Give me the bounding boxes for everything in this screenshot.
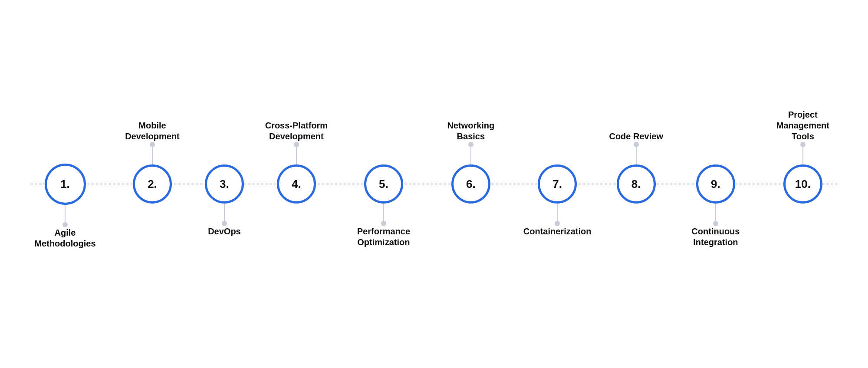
vline-bottom-1: [65, 205, 66, 222]
vline-top-4: [296, 147, 297, 164]
node-label-top-4: Cross-Platform Development: [262, 120, 331, 142]
circle-node-10[interactable]: 10.: [783, 164, 822, 204]
dot-top-2: [150, 142, 155, 147]
dot-bottom-1: [62, 222, 68, 227]
vline-top-2: [152, 147, 153, 164]
node-label-bottom-3: DevOps: [208, 226, 241, 237]
vline-bottom-7: [557, 204, 558, 221]
circle-node-9[interactable]: 9.: [696, 164, 735, 204]
node-col-8[interactable]: Code Review8.: [609, 85, 663, 283]
vline-top-6: [470, 147, 471, 164]
dot-top-6: [468, 142, 473, 147]
dot-top-4: [294, 142, 299, 147]
circle-node-6[interactable]: 6.: [451, 164, 490, 204]
vline-bottom-3: [224, 204, 225, 221]
node-label-top-10: Project Management Tools: [768, 109, 838, 142]
circle-node-2[interactable]: 2.: [133, 164, 172, 204]
vline-bottom-5: [383, 204, 384, 221]
circle-node-1[interactable]: 1.: [45, 164, 86, 205]
vline-top-10: [802, 147, 803, 164]
node-label-top-2: Mobile Development: [118, 120, 187, 142]
node-label-bottom-9: Continuous Integration: [681, 226, 750, 248]
vline-bottom-9: [715, 204, 716, 221]
circle-node-8[interactable]: 8.: [617, 164, 656, 204]
node-label-top-6: Networking Basics: [436, 120, 506, 142]
timeline-nodes-wrapper: 1.Agile MethodologiesMobile Development2…: [30, 110, 838, 258]
circle-node-5[interactable]: 5.: [364, 164, 403, 204]
node-label-bottom-5: Performance Optimization: [349, 226, 418, 248]
dot-bottom-3: [222, 221, 227, 226]
dot-top-10: [800, 142, 806, 147]
vline-top-8: [636, 147, 637, 164]
dot-bottom-5: [381, 221, 386, 226]
timeline-container: 1.Agile MethodologiesMobile Development2…: [30, 32, 838, 336]
node-label-bottom-1: Agile Methodologies: [30, 227, 100, 249]
node-col-7[interactable]: 7.Containerization: [523, 85, 592, 283]
dot-bottom-7: [555, 221, 560, 226]
node-col-2[interactable]: Mobile Development2.: [118, 85, 187, 283]
circle-node-7[interactable]: 7.: [538, 164, 577, 204]
node-col-1[interactable]: 1.Agile Methodologies: [30, 85, 100, 284]
node-col-5[interactable]: 5.Performance Optimization: [349, 85, 418, 283]
node-col-3[interactable]: 3.DevOps: [205, 85, 244, 283]
node-label-bottom-7: Containerization: [523, 226, 592, 237]
node-col-9[interactable]: 9.Continuous Integration: [681, 85, 750, 283]
circle-node-4[interactable]: 4.: [277, 164, 316, 204]
circle-node-3[interactable]: 3.: [205, 164, 244, 204]
node-col-4[interactable]: Cross-Platform Development4.: [262, 85, 331, 283]
dot-top-8: [634, 142, 639, 147]
node-label-top-8: Code Review: [609, 131, 663, 142]
node-col-6[interactable]: Networking Basics6.: [436, 85, 506, 283]
node-col-10[interactable]: Project Management Tools10.: [768, 85, 838, 283]
dot-bottom-9: [713, 221, 718, 226]
